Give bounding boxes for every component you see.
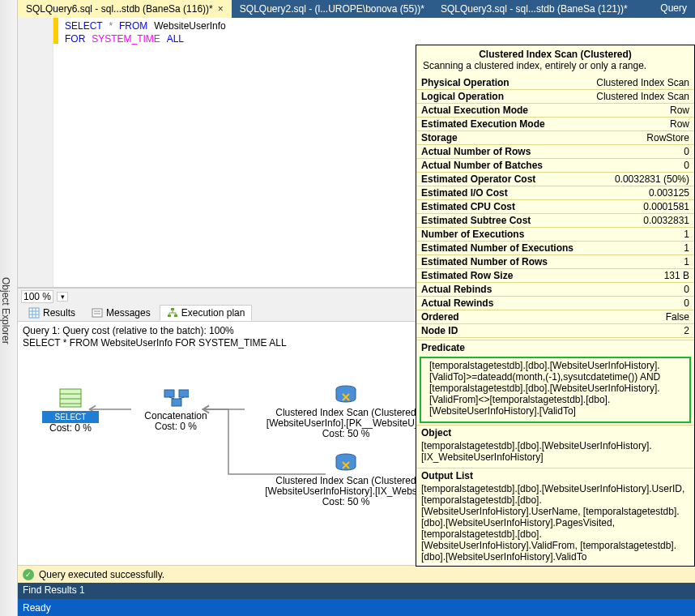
- prop-value: False: [666, 310, 689, 323]
- tab-label: Execution plan: [181, 307, 245, 319]
- svg-rect-9: [168, 314, 171, 317]
- prop-label: Estimated Row Size: [421, 269, 513, 282]
- prop-value: 1: [684, 242, 689, 255]
- status-text: Query executed successfully.: [39, 569, 164, 580]
- prop-value: 0: [684, 159, 689, 172]
- prop-value: Row: [670, 118, 689, 130]
- object-heading: Object: [416, 425, 694, 440]
- concatenation-icon: [163, 387, 189, 409]
- svg-rect-20: [179, 390, 189, 397]
- tooltip-row: Physical OperationClustered Index Scan: [416, 76, 694, 90]
- tab-query3[interactable]: SQLQuery3.sql - sql...stdb (BaneSa (121)…: [433, 0, 636, 18]
- predicate-text: [temporalstagetestdb].[dbo].[WebsiteUser…: [424, 360, 686, 420]
- prop-label: Estimated Execution Mode: [421, 118, 545, 130]
- tooltip-row: Actual Rebinds0: [416, 283, 694, 297]
- predicate-box: [temporalstagetestdb].[dbo].[WebsiteUser…: [420, 357, 691, 423]
- prop-label: Actual Number of Batches: [421, 159, 543, 172]
- prop-label: Actual Rewinds: [421, 297, 493, 310]
- tooltip-row: Estimated I/O Cost0.003125: [416, 186, 694, 200]
- predicate-heading: Predicate: [416, 340, 694, 355]
- prop-value: 0.0001581: [643, 200, 689, 213]
- plan-node-concatenation[interactable]: Concatenation Cost: 0 %: [131, 387, 220, 432]
- prop-value: 1: [684, 228, 689, 241]
- status-bar: ✓ Query executed successfully.: [18, 565, 695, 583]
- tooltip-row: Estimated Number of Executions1: [416, 242, 694, 255]
- tab-label: Messages: [106, 307, 151, 319]
- tab-messages[interactable]: Messages: [84, 305, 158, 321]
- chevron-down-icon[interactable]: ▾: [57, 292, 68, 302]
- grid-icon: [28, 307, 40, 319]
- tooltip-row: Number of Executions1: [416, 228, 694, 242]
- tab-query6[interactable]: SQLQuery6.sql - sql...stdb (BaneSa (116)…: [18, 0, 232, 18]
- tab-label: SQLQuery3.sql - sql...stdb (BaneSa (121)…: [441, 3, 628, 15]
- prop-label: Logical Operation: [421, 90, 504, 103]
- prop-label: Estimated Operator Cost: [421, 173, 535, 186]
- outputlist-heading: Output List: [416, 468, 694, 483]
- tab-label: Results: [43, 307, 75, 319]
- tooltip-row: Actual Number of Rows0: [416, 145, 694, 159]
- find-results-panel[interactable]: Find Results 1: [18, 583, 695, 599]
- ready-bar: Ready: [18, 599, 695, 616]
- select-result-icon: [58, 387, 83, 409]
- zoom-level[interactable]: 100 %: [21, 290, 53, 303]
- prop-label: Number of Executions: [421, 228, 524, 241]
- plan-node-cost: Cost: 0 %: [131, 421, 220, 432]
- prop-label: Actual Number of Rows: [421, 145, 531, 158]
- tab-results[interactable]: Results: [21, 305, 83, 321]
- plan-node-label: SELECT: [42, 411, 99, 423]
- svg-rect-15: [60, 389, 81, 407]
- plan-node-cost: Cost: 50 %: [253, 429, 439, 439]
- check-icon: ✓: [23, 569, 34, 580]
- prop-value: Clustered Index Scan: [596, 76, 689, 89]
- prop-value: 0.003125: [649, 186, 689, 199]
- tooltip-row: Estimated Operator Cost0.0032831 (50%): [416, 173, 694, 186]
- prop-value: RowStore: [646, 131, 689, 144]
- prop-value: Row: [670, 104, 689, 117]
- plan-node-cost: Cost: 50 %: [253, 497, 439, 507]
- tooltip-row: Estimated Number of Rows1: [416, 255, 694, 269]
- operator-tooltip: Clustered Index Scan (Clustered) Scannin…: [416, 45, 695, 567]
- prop-value: 2: [684, 324, 689, 337]
- svg-rect-0: [29, 308, 39, 318]
- prop-value: 0: [684, 283, 689, 296]
- index-scan-icon: [333, 451, 359, 474]
- prop-label: Estimated I/O Cost: [421, 186, 508, 199]
- prop-value: 1: [684, 255, 689, 268]
- prop-label: Estimated Subtree Cost: [421, 214, 531, 227]
- tooltip-row: Estimated Execution ModeRow: [416, 118, 694, 131]
- tooltip-properties: Physical OperationClustered Index ScanLo…: [416, 76, 694, 338]
- prop-label: Storage: [421, 131, 458, 144]
- messages-icon: [92, 307, 103, 319]
- svg-rect-19: [164, 390, 174, 397]
- tab-label: SQLQuery2.sql - (l...UROPE\bonova (55))*: [240, 3, 424, 15]
- prop-label: Ordered: [421, 310, 459, 323]
- plan-node-scan-2[interactable]: Clustered Index Scan (Clustered [Website…: [253, 451, 439, 507]
- tooltip-row: OrderedFalse: [416, 310, 694, 324]
- svg-rect-10: [174, 314, 177, 317]
- outputlist-text: [temporalstagetestdb].[dbo].[WebsiteUser…: [416, 483, 694, 566]
- prop-value: 0: [684, 297, 689, 310]
- svg-rect-8: [171, 308, 174, 310]
- prop-value: Clustered Index Scan: [596, 90, 689, 103]
- plan-node-scan-1[interactable]: Clustered Index Scan (Clustered [Website…: [253, 383, 439, 439]
- prop-value: 0.0032831: [643, 214, 689, 227]
- tooltip-subtitle: Scanning a clustered index, entirely or …: [416, 60, 694, 76]
- prop-value: 131 B: [664, 269, 689, 282]
- object-explorer-panel[interactable]: Object Explorer: [0, 0, 18, 616]
- index-scan-icon: [333, 383, 359, 406]
- tooltip-title: Clustered Index Scan (Clustered): [416, 45, 694, 60]
- object-text: [temporalstagetestdb].[dbo].[WebsiteUser…: [416, 440, 694, 466]
- query-menu[interactable]: Query: [652, 0, 695, 18]
- code-content[interactable]: SELECT * FROM WebsiteUserInfo FOR SYSTEM…: [65, 19, 226, 45]
- tab-query2[interactable]: SQLQuery2.sql - (l...UROPE\bonova (55))*: [232, 0, 433, 18]
- tooltip-row: Actual Rewinds0: [416, 297, 694, 310]
- document-tabs: SQLQuery6.sql - sql...stdb (BaneSa (116)…: [18, 0, 695, 18]
- tooltip-row: StorageRowStore: [416, 131, 694, 145]
- change-indicator: [53, 18, 58, 44]
- plan-node-select[interactable]: SELECT Cost: 0 %: [42, 387, 99, 434]
- close-icon[interactable]: ×: [218, 3, 224, 15]
- prop-label: Physical Operation: [421, 76, 510, 89]
- tab-execution-plan[interactable]: Execution plan: [160, 305, 253, 321]
- tooltip-row: Estimated Subtree Cost0.0032831: [416, 214, 694, 228]
- plan-node-cost: Cost: 0 %: [42, 423, 99, 434]
